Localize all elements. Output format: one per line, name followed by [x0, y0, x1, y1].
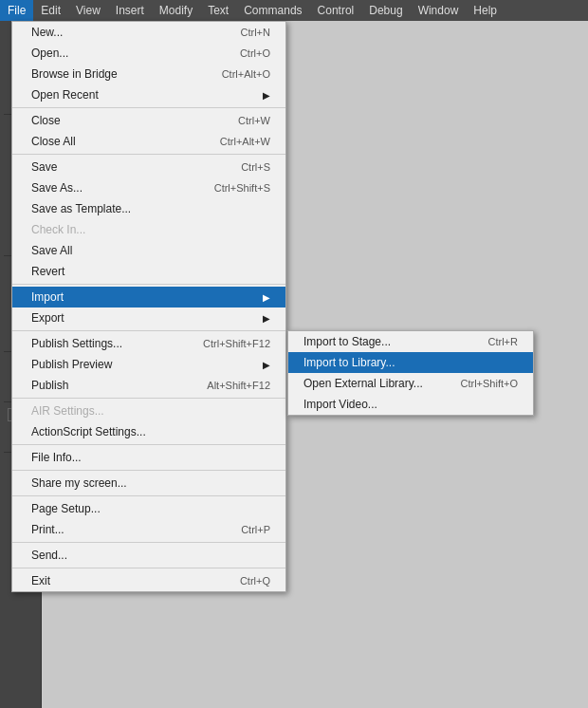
separator-9: [12, 542, 285, 543]
menu-item-save-all-label: Save All: [31, 244, 72, 257]
menu-item-open-label: Open...: [31, 47, 68, 60]
submenu-item-import-stage-label: Import to Stage...: [303, 335, 391, 348]
menu-item-close-all-label: Close All: [31, 135, 76, 148]
open-recent-arrow: ▶: [263, 90, 270, 101]
menu-item-save-as[interactable]: Save As... Ctrl+Shift+S: [12, 177, 285, 198]
menu-item-check-in-label: Check In...: [31, 223, 85, 236]
menu-item-browse[interactable]: Browse in Bridge Ctrl+Alt+O: [12, 64, 285, 84]
menu-item-publish-shortcut: Alt+Shift+F12: [207, 380, 270, 391]
menu-item-revert-label: Revert: [31, 265, 64, 278]
submenu-item-import-stage[interactable]: Import to Stage... Ctrl+R: [288, 331, 533, 352]
separator-4: [12, 330, 285, 331]
menu-item-open-recent[interactable]: Open Recent ▶: [12, 84, 285, 105]
menu-item-file-info-label: File Info...: [31, 451, 82, 464]
menu-item-save-label: Save: [31, 160, 57, 174]
menu-item-export[interactable]: Export ▶: [12, 307, 285, 328]
menu-text[interactable]: Text: [200, 0, 236, 21]
menu-item-save-as-shortcut: Ctrl+Shift+S: [214, 182, 270, 194]
separator-3: [12, 284, 285, 285]
submenu-item-import-library[interactable]: Import to Library...: [288, 352, 533, 373]
menu-item-send[interactable]: Send...: [12, 545, 285, 566]
submenu-item-import-video-label: Import Video...: [303, 398, 377, 411]
menu-item-save-as-label: Save As...: [31, 181, 83, 195]
menu-item-new[interactable]: New... Ctrl+N: [12, 22, 285, 43]
menu-item-publish-settings-shortcut: Ctrl+Shift+F12: [203, 338, 270, 349]
separator-7: [12, 470, 285, 471]
menu-item-publish-preview-label: Publish Preview: [31, 358, 112, 371]
menu-item-browse-shortcut: Ctrl+Alt+O: [222, 68, 270, 80]
menu-item-exit[interactable]: Exit Ctrl+Q: [12, 570, 285, 591]
submenu-item-import-library-label: Import to Library...: [303, 356, 395, 369]
menu-item-import[interactable]: Import ▶: [12, 287, 285, 307]
submenu-item-open-external-library[interactable]: Open External Library... Ctrl+Shift+O: [288, 373, 533, 394]
menu-item-send-label: Send...: [31, 549, 67, 562]
submenu-item-open-external-shortcut: Ctrl+Shift+O: [460, 378, 518, 389]
menu-item-publish-preview[interactable]: Publish Preview ▶: [12, 354, 285, 375]
menu-item-close-shortcut: Ctrl+W: [238, 115, 270, 126]
menu-item-open-shortcut: Ctrl+O: [240, 47, 270, 59]
menu-item-print-label: Print...: [31, 523, 64, 536]
menu-item-air-settings-label: AIR Settings...: [31, 404, 104, 418]
menu-item-actionscript-settings-label: ActionScript Settings...: [31, 425, 146, 438]
menu-item-page-setup[interactable]: Page Setup...: [12, 498, 285, 519]
separator-10: [12, 568, 285, 568]
menu-window[interactable]: Window: [411, 0, 467, 21]
menu-item-save-shortcut: Ctrl+S: [241, 161, 270, 173]
menu-item-air-settings: AIR Settings...: [12, 401, 285, 421]
menu-item-close[interactable]: Close Ctrl+W: [12, 110, 285, 131]
menu-item-open-recent-label: Open Recent: [31, 88, 99, 102]
menu-item-exit-shortcut: Ctrl+Q: [240, 575, 270, 587]
menu-view[interactable]: View: [68, 0, 108, 21]
export-arrow: ▶: [263, 313, 270, 324]
menu-debug[interactable]: Debug: [361, 0, 410, 21]
menu-item-export-label: Export: [31, 311, 64, 325]
publish-preview-arrow: ▶: [263, 360, 270, 370]
menu-item-save-template[interactable]: Save as Template...: [12, 198, 285, 219]
menu-commands[interactable]: Commands: [236, 0, 309, 21]
menu-item-publish-settings-label: Publish Settings...: [31, 337, 122, 350]
menubar: File Edit View Insert Modify Text Comman…: [0, 0, 588, 21]
menu-item-share-screen[interactable]: Share my screen...: [12, 473, 285, 494]
menu-insert[interactable]: Insert: [108, 0, 152, 21]
separator-5: [12, 398, 285, 399]
menu-item-save-all[interactable]: Save All: [12, 240, 285, 261]
menu-item-publish-settings[interactable]: Publish Settings... Ctrl+Shift+F12: [12, 333, 285, 354]
menu-item-close-all-shortcut: Ctrl+Alt+W: [220, 136, 270, 147]
menu-item-new-shortcut: Ctrl+N: [241, 27, 270, 38]
separator-2: [12, 154, 285, 155]
separator-1: [12, 107, 285, 108]
menu-control[interactable]: Control: [310, 0, 362, 21]
menu-item-publish[interactable]: Publish Alt+Shift+F12: [12, 375, 285, 396]
separator-6: [12, 444, 285, 445]
menu-file[interactable]: File: [0, 0, 33, 21]
menu-edit[interactable]: Edit: [33, 0, 68, 21]
menu-item-print-shortcut: Ctrl+P: [241, 524, 270, 535]
menu-item-exit-label: Exit: [31, 574, 50, 587]
menu-item-share-screen-label: Share my screen...: [31, 476, 127, 490]
menu-item-import-label: Import: [31, 290, 64, 304]
menu-help[interactable]: Help: [466, 0, 505, 21]
menu-modify[interactable]: Modify: [152, 0, 200, 21]
menu-item-page-setup-label: Page Setup...: [31, 502, 101, 515]
menu-item-save-template-label: Save as Template...: [31, 202, 131, 215]
menu-item-revert[interactable]: Revert: [12, 261, 285, 282]
submenu-item-open-external-library-label: Open External Library...: [303, 377, 423, 390]
file-dropdown-menu: New... Ctrl+N Open... Ctrl+O Browse in B…: [11, 21, 286, 592]
menu-item-new-label: New...: [31, 26, 63, 39]
menu-item-close-label: Close: [31, 114, 61, 127]
menu-item-file-info[interactable]: File Info...: [12, 447, 285, 468]
menu-item-save[interactable]: Save Ctrl+S: [12, 157, 285, 177]
submenu-item-import-video[interactable]: Import Video...: [288, 394, 533, 415]
submenu-item-import-stage-shortcut: Ctrl+R: [488, 336, 518, 347]
import-submenu: Import to Stage... Ctrl+R Import to Libr…: [287, 330, 534, 416]
menu-item-print[interactable]: Print... Ctrl+P: [12, 519, 285, 540]
menu-item-close-all[interactable]: Close All Ctrl+Alt+W: [12, 131, 285, 152]
menu-item-browse-label: Browse in Bridge: [31, 67, 118, 81]
menu-item-open[interactable]: Open... Ctrl+O: [12, 43, 285, 64]
menu-item-check-in: Check In...: [12, 219, 285, 240]
separator-8: [12, 495, 285, 496]
import-arrow: ▶: [263, 292, 270, 303]
menu-item-actionscript-settings[interactable]: ActionScript Settings...: [12, 421, 285, 442]
menu-item-publish-label: Publish: [31, 379, 68, 392]
